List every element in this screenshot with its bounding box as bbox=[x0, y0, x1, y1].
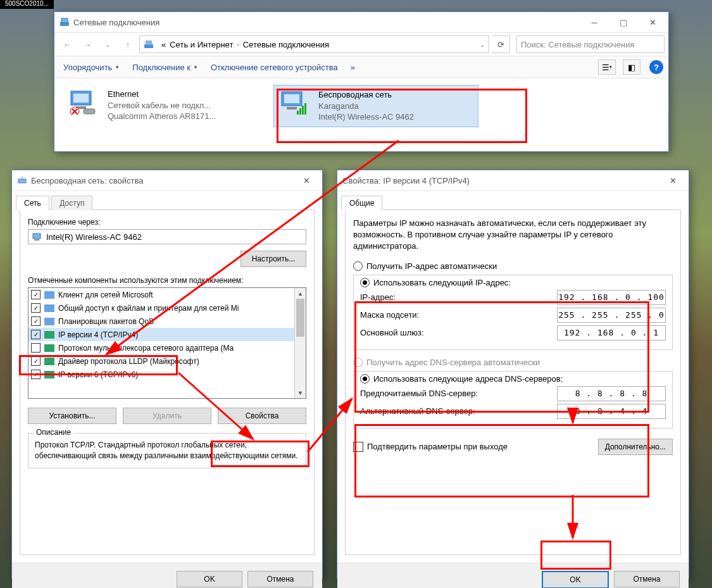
description-group: Описание Протокол TCP/IP. Стандартный пр… bbox=[28, 433, 306, 468]
svg-rect-3 bbox=[146, 41, 152, 45]
dialog-titlebar: Свойства: IP версии 4 (TCP/IPv4) ✕ bbox=[337, 170, 689, 191]
gateway-field[interactable]: 192 . 168 . 0 . 1 bbox=[557, 325, 666, 341]
subnet-mask-field[interactable]: 255 . 255 . 255 . 0 bbox=[557, 308, 666, 323]
svg-rect-25 bbox=[44, 358, 54, 365]
chevron-right-icon: › bbox=[237, 41, 239, 48]
command-bar: Упорядочить▼ Подключение к▼ Отключение с… bbox=[54, 56, 668, 78]
radio-auto-ip[interactable]: Получить IP-адрес автоматически bbox=[353, 261, 673, 271]
ip-label: IP-адрес: bbox=[360, 292, 557, 302]
connection-name: Ethernet bbox=[108, 89, 263, 100]
minimize-button[interactable]: ─ bbox=[580, 13, 609, 32]
alternate-dns-field[interactable]: 8 . 8 . 4 . 4 bbox=[557, 404, 666, 419]
cancel-button[interactable]: Отмена bbox=[614, 571, 680, 587]
svg-rect-5 bbox=[73, 94, 89, 103]
connect-to-menu[interactable]: Подключение к▼ bbox=[128, 60, 202, 75]
preferred-dns-field[interactable]: 8 . 8 . 8 . 8 bbox=[557, 386, 666, 401]
more-commands[interactable]: » bbox=[347, 60, 359, 75]
checkbox-checked[interactable]: ✓ bbox=[31, 330, 41, 339]
close-button[interactable]: ✕ bbox=[658, 171, 687, 190]
svg-rect-24 bbox=[44, 344, 54, 352]
refresh-button[interactable]: ⟳ bbox=[492, 35, 510, 53]
maximize-button[interactable]: ▢ bbox=[609, 13, 638, 32]
preview-pane-button[interactable]: ◧ bbox=[623, 59, 640, 75]
breadcrumb-item[interactable]: Сеть и Интернет bbox=[170, 40, 233, 49]
disable-device-button[interactable]: Отключение сетевого устройства bbox=[207, 60, 342, 75]
advanced-button[interactable]: Дополнительно... bbox=[598, 439, 673, 455]
network-folder-icon bbox=[59, 17, 70, 27]
svg-rect-8 bbox=[84, 109, 95, 114]
connection-wireless[interactable]: Беспроводная сеть Karaganda Intel(R) Wir… bbox=[273, 85, 478, 127]
install-button[interactable]: Установить... bbox=[28, 408, 116, 424]
list-item: ✓Драйвер протокола LLDP (Майкрософт) bbox=[28, 354, 306, 368]
back-button[interactable]: ← bbox=[58, 35, 76, 53]
help-button[interactable]: ? bbox=[649, 60, 663, 74]
checkbox-checked[interactable]: ✓ bbox=[31, 290, 41, 299]
static-dns-group: Использовать следующие адреса DNS-сервер… bbox=[353, 371, 673, 428]
svg-rect-26 bbox=[44, 371, 54, 378]
chevron-down-icon[interactable]: ⌄ bbox=[480, 41, 485, 48]
list-item: Протокол мультиплексора сетевого адаптер… bbox=[28, 341, 306, 354]
mask-label: Маска подсети: bbox=[360, 310, 557, 320]
svg-rect-20 bbox=[44, 291, 54, 299]
tab-network[interactable]: Сеть bbox=[16, 196, 49, 210]
dns1-label: Предпочитаемый DNS-сервер: bbox=[360, 389, 557, 398]
properties-button[interactable]: Свойства bbox=[218, 408, 306, 424]
breadcrumb-item[interactable]: Сетевые подключения bbox=[243, 40, 329, 49]
network-folder-icon bbox=[144, 39, 154, 49]
checkbox-checked[interactable]: ✓ bbox=[31, 303, 41, 313]
recent-dropdown[interactable]: ⌄ bbox=[99, 35, 116, 53]
dialog-title: Беспроводная сеть: свойства bbox=[31, 176, 292, 185]
up-button[interactable]: ↑ bbox=[119, 35, 137, 53]
tab-general[interactable]: Общие bbox=[341, 196, 382, 210]
adapter-icon bbox=[17, 175, 27, 185]
search-input[interactable]: Поиск: Сетевые подключения bbox=[516, 35, 665, 53]
svg-rect-15 bbox=[304, 103, 306, 115]
adapter-name: Intel(R) Wireless-AC 9462 bbox=[46, 232, 142, 242]
ipv4-properties-dialog: Свойства: IP версии 4 (TCP/IPv4) ✕ Общие… bbox=[337, 170, 689, 579]
checkbox-checked[interactable]: ✓ bbox=[31, 370, 41, 379]
ok-button[interactable]: OK bbox=[177, 571, 242, 587]
checkbox-checked[interactable]: ✓ bbox=[31, 316, 41, 326]
list-item: ✓Клиент для сетей Microsoft bbox=[28, 288, 306, 301]
checkbox-unchecked[interactable] bbox=[31, 343, 41, 353]
radio-use-dns[interactable]: Использовать следующие адреса DNS-сервер… bbox=[360, 374, 666, 384]
cancel-button[interactable]: Отмена bbox=[247, 571, 313, 587]
description-text: Протокол TCP/IP. Стандартный протокол гл… bbox=[35, 440, 299, 461]
svg-rect-1 bbox=[61, 18, 68, 23]
organize-menu[interactable]: Упорядочить▼ bbox=[59, 60, 123, 75]
description-legend: Описание bbox=[34, 428, 73, 437]
forward-button[interactable]: → bbox=[78, 35, 96, 53]
list-item: ✓Общий доступ к файлам и принтерам для с… bbox=[28, 301, 306, 315]
configure-button[interactable]: Настроить... bbox=[240, 251, 306, 267]
view-options-button[interactable]: ☰▾ bbox=[598, 59, 616, 75]
dns2-label: Альтернативный DNS-сервер: bbox=[360, 406, 557, 416]
adapter-properties-dialog: Беспроводная сеть: свойства ✕ Сеть Досту… bbox=[11, 170, 323, 579]
connect-via-label: Подключение через: bbox=[28, 218, 306, 227]
wireless-connected-icon bbox=[278, 89, 313, 123]
breadcrumb-root[interactable]: « bbox=[161, 40, 166, 49]
explorer-title: Сетевые подключения bbox=[73, 18, 580, 27]
radio-use-ip[interactable]: Использовать следующий IP-адрес: bbox=[360, 278, 666, 287]
connection-status: Сетевой кабель не подкл... bbox=[108, 100, 263, 111]
radio-auto-dns: Получить адрес DNS-сервера автоматически bbox=[353, 358, 673, 367]
address-bar[interactable]: « Сеть и Интернет › Сетевые подключения … bbox=[139, 35, 489, 53]
svg-rect-16 bbox=[18, 179, 26, 183]
ip-address-field[interactable]: 192 . 168 . 0 . 100 bbox=[557, 290, 666, 305]
tab-access[interactable]: Доступ bbox=[51, 196, 92, 210]
list-item: ✓Планировщик пакетов QoS bbox=[28, 315, 306, 328]
components-listbox[interactable]: ✓Клиент для сетей Microsoft ✓Общий досту… bbox=[28, 287, 306, 399]
scrollbar[interactable]: ▲▼ bbox=[294, 288, 306, 398]
svg-rect-14 bbox=[302, 106, 304, 115]
ok-button[interactable]: OK bbox=[542, 571, 609, 588]
close-button[interactable]: ✕ bbox=[638, 13, 667, 32]
svg-rect-10 bbox=[284, 94, 299, 103]
connection-ethernet[interactable]: Ethernet Сетевой кабель не подкл... Qual… bbox=[63, 85, 267, 127]
svg-rect-18 bbox=[33, 234, 41, 239]
checkbox-checked[interactable]: ✓ bbox=[31, 356, 41, 366]
confirm-checkbox[interactable] bbox=[353, 442, 363, 452]
close-button[interactable]: ✕ bbox=[292, 171, 321, 190]
gateway-label: Основной шлюз: bbox=[360, 328, 557, 337]
adapter-field: Intel(R) Wireless-AC 9462 bbox=[28, 229, 306, 244]
static-ip-group: Использовать следующий IP-адрес: IP-адре… bbox=[353, 275, 673, 350]
dialog-title: Свойства: IP версии 4 (TCP/IPv4) bbox=[342, 176, 658, 185]
